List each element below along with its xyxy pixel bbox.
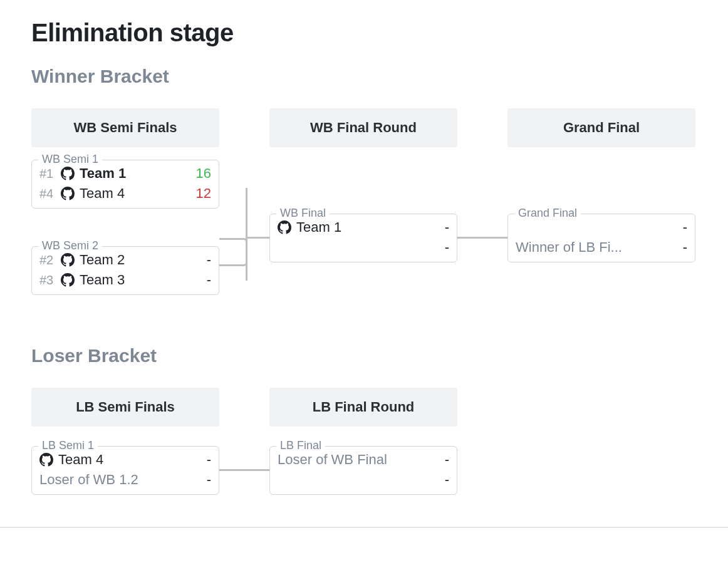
connector	[219, 238, 247, 281]
team-name: Team 3	[80, 272, 186, 288]
score: -	[424, 452, 449, 468]
round-col-lb-semi: LB Semi 1 Team 4 - Loser of WB 1.2 -	[31, 439, 219, 502]
round-header-lb-final: LB Final Round	[269, 388, 457, 427]
score: -	[186, 252, 211, 268]
stage-title: Elimination stage	[31, 19, 697, 47]
round-col-final: WB Final Team 1 - -	[269, 160, 457, 316]
match-label: WB Final	[276, 207, 330, 220]
team-name: Team 1	[80, 165, 186, 182]
match-grand-final[interactable]: Grand Final - Winner of LB Fi... -	[507, 214, 695, 262]
seed: #4	[39, 187, 61, 201]
round-col-semis: WB Semi 1 #1 Team 1 16 #4 Team 4 12	[31, 160, 219, 316]
loser-bracket: Loser Bracket LB Semi Finals LB Final Ro…	[31, 345, 697, 502]
seed: #2	[39, 253, 61, 267]
github-icon	[61, 273, 75, 287]
match-wb-final[interactable]: WB Final Team 1 - -	[269, 214, 457, 262]
match-label: LB Semi 1	[38, 439, 98, 452]
match-wb-semi-1[interactable]: WB Semi 1 #1 Team 1 16 #4 Team 4 12	[31, 160, 219, 209]
score: 12	[186, 185, 211, 202]
connector	[246, 237, 271, 239]
score: -	[424, 239, 449, 256]
seed: #1	[39, 167, 61, 181]
team-name: Team 1	[296, 219, 424, 236]
team-row: #3 Team 3 -	[32, 271, 219, 294]
team-name: Loser of WB 1.2	[39, 472, 186, 488]
score: 16	[186, 165, 211, 182]
team-row: -	[270, 238, 457, 262]
github-icon	[61, 253, 75, 267]
github-icon	[39, 453, 53, 467]
match-label: WB Semi 1	[38, 153, 102, 166]
score: -	[186, 272, 211, 288]
score: -	[186, 452, 211, 468]
match-lb-semi-1[interactable]: LB Semi 1 Team 4 - Loser of WB 1.2 -	[31, 446, 219, 495]
round-col-grand: Grand Final - Winner of LB Fi... -	[507, 160, 695, 316]
team-row: Loser of WB 1.2 -	[32, 470, 219, 494]
score: -	[186, 472, 211, 488]
score: -	[662, 239, 687, 256]
winner-bracket-title: Winner Bracket	[31, 66, 697, 87]
winner-round-headers: WB Semi Finals WB Final Round Grand Fina…	[31, 108, 697, 147]
team-row: Winner of LB Fi... -	[508, 238, 695, 262]
team-row: -	[270, 470, 457, 494]
round-header-wb-final: WB Final Round	[269, 108, 457, 147]
score: -	[424, 472, 449, 488]
winner-rounds: WB Semi 1 #1 Team 1 16 #4 Team 4 12	[31, 160, 697, 316]
round-header-lb-semi: LB Semi Finals	[31, 388, 219, 427]
winner-bracket: Winner Bracket WB Semi Finals WB Final R…	[31, 66, 697, 316]
score: -	[662, 219, 687, 236]
team-name: Team 4	[58, 452, 186, 468]
round-header-grand: Grand Final	[507, 108, 695, 147]
match-wb-semi-2[interactable]: WB Semi 2 #2 Team 2 - #3 Team 3 -	[31, 246, 219, 295]
github-icon	[61, 167, 75, 180]
round-col-lb-final: LB Final Loser of WB Final - -	[269, 439, 457, 502]
loser-rounds: LB Semi 1 Team 4 - Loser of WB 1.2 - LB …	[31, 439, 697, 502]
github-icon	[278, 220, 291, 234]
seed: #3	[39, 273, 61, 287]
team-name: Team 2	[80, 252, 186, 268]
team-row: #4 Team 4 12	[32, 184, 219, 208]
match-label: WB Semi 2	[38, 239, 102, 252]
team-name: Winner of LB Fi...	[516, 239, 662, 256]
match-label: Grand Final	[514, 207, 581, 220]
team-name: Team 4	[80, 185, 186, 202]
team-name: Loser of WB Final	[278, 452, 424, 468]
loser-bracket-title: Loser Bracket	[31, 345, 697, 366]
score: -	[424, 219, 449, 236]
loser-round-headers: LB Semi Finals LB Final Round	[31, 388, 697, 427]
github-icon	[61, 187, 75, 200]
match-lb-final[interactable]: LB Final Loser of WB Final - -	[269, 446, 457, 495]
round-header-wb-semi: WB Semi Finals	[31, 108, 219, 147]
match-label: LB Final	[276, 439, 325, 452]
connector	[219, 188, 247, 266]
connector	[457, 237, 507, 239]
elimination-stage-page: Elimination stage Winner Bracket WB Semi…	[0, 0, 728, 528]
connector	[219, 469, 269, 471]
